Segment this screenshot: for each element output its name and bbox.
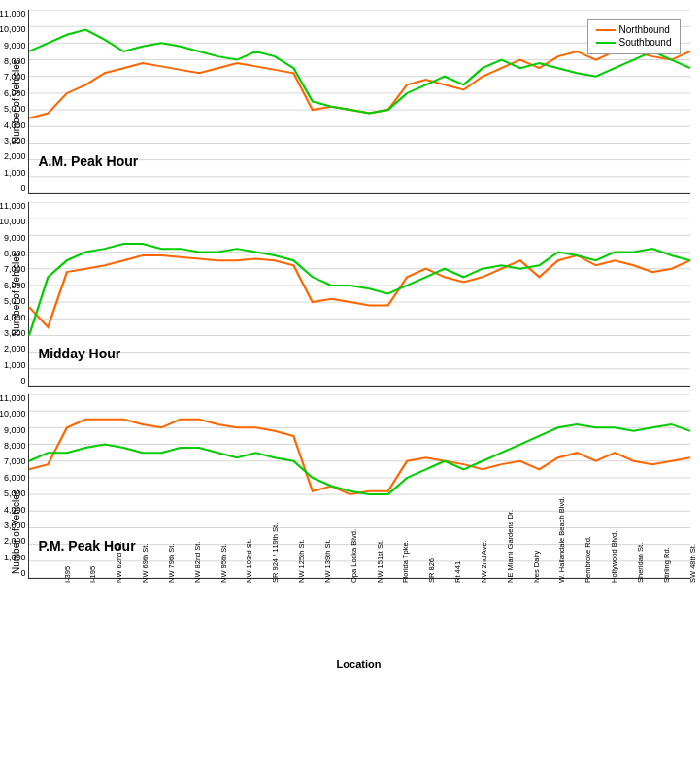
y-tick-label: 3,000 — [0, 329, 26, 338]
x-axis-label: NW 79th St. — [167, 544, 176, 583]
x-axis-label: SR 826 — [427, 558, 436, 583]
y-tick-label: 11,000 — [0, 10, 26, 18]
y-tick-label: 9,000 — [0, 42, 26, 51]
chart-midday: Number of Vehicles11,00010,0009,0008,000… — [11, 202, 690, 387]
x-axis-label: Hollywood Blvd. — [610, 531, 618, 583]
x-axis-label: I-395 — [63, 566, 72, 583]
y-tick-label: 3,000 — [0, 522, 26, 530]
y-tick-label: 1,000 — [0, 361, 26, 370]
x-axis-label: NW 95th St. — [219, 544, 228, 583]
y-tick-label: 5,000 — [0, 489, 26, 498]
y-tick-label: 7,000 — [0, 265, 26, 274]
x-axis-label: NW 62nd St. — [115, 541, 123, 583]
y-tick-label: 8,000 — [0, 250, 26, 258]
x-axis-label: W. Hallandale Beach Blvd. — [557, 497, 566, 583]
legend-northbound: Northbound — [596, 24, 672, 35]
x-axis-label: NW 151st St. — [376, 540, 384, 583]
chart-svg — [29, 202, 690, 386]
x-axis-label: NW 2nd Ave. — [480, 540, 488, 583]
y-tick-label: 1,000 — [0, 554, 26, 562]
y-tick-label: 7,000 — [0, 73, 26, 82]
southbound-legend-label: Southbound — [619, 37, 672, 48]
y-tick-label: 2,000 — [0, 537, 26, 546]
y-tick-label: 4,000 — [0, 121, 26, 130]
x-axis-label: SW 48th St. — [688, 544, 697, 583]
chart-pm-peak: Number of Vehicles11,00010,0009,0008,000… — [11, 394, 690, 670]
x-axis-label: Opa Locka Blvd. — [350, 529, 358, 583]
y-tick-label: 9,000 — [0, 426, 26, 435]
y-tick-label: 11,000 — [0, 394, 26, 403]
y-tick-label: 0 — [0, 185, 26, 193]
y-tick-label: 6,000 — [0, 282, 26, 290]
chart-plot-area: 11,00010,0009,0008,0007,0006,0005,0004,0… — [28, 10, 690, 194]
y-tick-label: 2,000 — [0, 152, 26, 161]
y-tick-label: 10,000 — [0, 218, 26, 226]
y-tick-label: 4,000 — [0, 314, 26, 322]
x-axis-label: SR 924 / 119th St. — [271, 523, 280, 583]
y-tick-label: 10,000 — [0, 410, 26, 419]
x-axis-label: NE Miami Gardens Dr. — [506, 510, 515, 583]
y-tick-label: 3,000 — [0, 137, 26, 146]
legend-southbound: Southbound — [596, 37, 672, 48]
x-axis-label: NW 103rd St. — [245, 539, 253, 583]
y-tick-label: 0 — [0, 569, 26, 578]
y-tick-label: 6,000 — [0, 474, 26, 483]
northbound-legend-line — [596, 29, 616, 31]
x-axis-label: Stirling Rd. — [662, 547, 671, 583]
x-axis-label: Sheridan St. — [636, 543, 645, 583]
chart-legend: Northbound Southbound — [587, 19, 681, 54]
x-axis-label: NW 69th St. — [141, 544, 150, 583]
y-tick-label: 5,000 — [0, 297, 26, 306]
x-axis-label: Pembroke Rd. — [583, 536, 592, 583]
chart-title-label: Midday Hour — [39, 346, 121, 361]
y-tick-label: 0 — [0, 377, 26, 386]
x-axis-label: NW 82nd St. — [193, 541, 202, 583]
x-axis-label: NW 125th St. — [297, 539, 306, 583]
y-tick-label: 7,000 — [0, 457, 26, 466]
y-tick-label: 2,000 — [0, 345, 26, 354]
x-axis-label: Rt 441 — [453, 561, 462, 583]
y-tick-label: 11,000 — [0, 202, 26, 211]
y-tick-label: 10,000 — [0, 25, 26, 34]
northbound-legend-label: Northbound — [619, 24, 670, 35]
y-tick-label: 4,000 — [0, 506, 26, 515]
y-tick-label: 8,000 — [0, 442, 26, 451]
y-tick-label: 8,000 — [0, 57, 26, 66]
x-axis-label: Florida Tpke. — [401, 540, 410, 583]
southbound-legend-line — [596, 42, 616, 44]
chart-title-label: A.M. Peak Hour — [39, 153, 139, 169]
y-tick-label: 9,000 — [0, 234, 26, 243]
x-axis-label: Ives Dairy — [532, 551, 541, 583]
y-tick-label: 5,000 — [0, 105, 26, 114]
y-tick-label: 1,000 — [0, 169, 26, 178]
x-axis-title: Location — [28, 658, 690, 670]
x-axis-label: I-195 — [88, 566, 97, 583]
x-axis-labels: I-395I-195NW 62nd St.NW 69th St.NW 79th … — [65, 579, 690, 657]
chart-am-peak: Number of Vehicles11,00010,0009,0008,000… — [11, 10, 690, 194]
chart-plot-area: 11,00010,0009,0008,0007,0006,0005,0004,0… — [28, 202, 690, 387]
y-tick-label: 6,000 — [0, 89, 26, 98]
x-axis-label: NW 139th St. — [323, 539, 332, 583]
